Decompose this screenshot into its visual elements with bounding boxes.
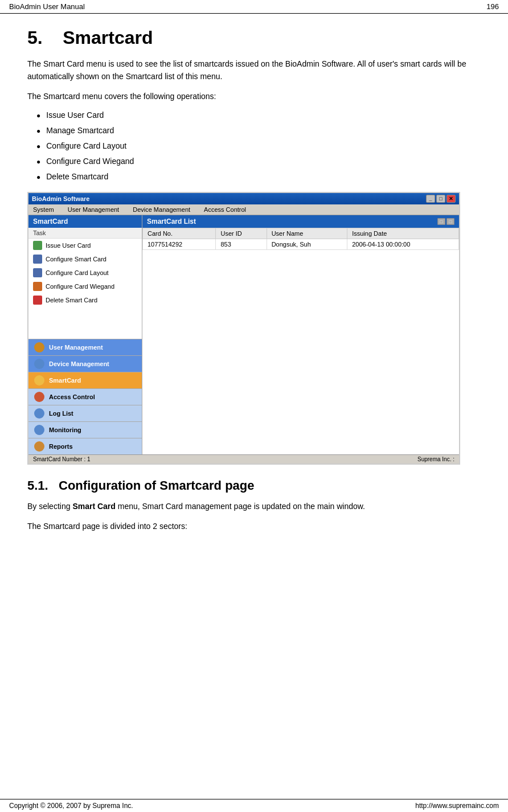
nav-monitoring[interactable]: Monitoring bbox=[28, 421, 142, 438]
col-issuing-date: Issuing Date bbox=[347, 228, 459, 239]
status-bar: SmartCard Number : 1 Suprema Inc. : bbox=[28, 454, 459, 464]
menu-user-management[interactable]: User Management bbox=[65, 206, 122, 214]
smartcard-table: Card No. User ID User Name Issuing Date … bbox=[142, 228, 459, 250]
nav-access-control[interactable]: Access Control bbox=[28, 388, 142, 405]
close-button[interactable]: ✕ bbox=[446, 195, 456, 203]
page-number: 196 bbox=[486, 2, 499, 11]
device-management-icon bbox=[34, 359, 44, 369]
sidebar-item-issue-user-card[interactable]: Issue User Card bbox=[28, 239, 142, 252]
nav-user-management[interactable]: User Management bbox=[28, 339, 142, 355]
list-item: Configure Card Wiegand bbox=[36, 155, 481, 167]
section-description-1: The Smart Card menu is used to see the l… bbox=[27, 58, 481, 83]
reports-icon bbox=[34, 441, 44, 452]
panel-btn-2[interactable]: □ bbox=[446, 218, 454, 225]
task-label: Task bbox=[28, 228, 142, 239]
subsection-description-1: By selecting Smart Card menu, Smart Card… bbox=[27, 500, 481, 512]
window-body: SmartCard Task Issue User Card Configure… bbox=[28, 215, 459, 454]
section-description-2: The Smartcard menu covers the following … bbox=[27, 90, 481, 102]
nav-label: SmartCard bbox=[49, 377, 81, 384]
copyright: Copyright © 2006, 2007 by Suprema Inc. bbox=[9, 802, 133, 810]
status-left: SmartCard Number : 1 bbox=[33, 456, 91, 462]
window-title: BioAdmin Software bbox=[32, 195, 89, 202]
log-list-icon bbox=[34, 408, 44, 419]
window-controls[interactable]: _ □ ✕ bbox=[426, 195, 456, 203]
sidebar-header: SmartCard bbox=[28, 215, 142, 228]
operations-list: Issue User Card Manage Smartcard Configu… bbox=[36, 109, 481, 183]
menu-bar: System User Management Device Management… bbox=[28, 204, 459, 215]
list-item: Manage Smartcard bbox=[36, 125, 481, 137]
sidebar: SmartCard Task Issue User Card Configure… bbox=[28, 215, 142, 454]
bold-text: Smart Card bbox=[72, 502, 115, 511]
configure-card-layout-icon bbox=[33, 268, 42, 277]
panel-header: SmartCard List □ □ bbox=[142, 215, 459, 228]
sidebar-item-configure-smart-card[interactable]: Configure Smart Card bbox=[28, 252, 142, 266]
col-user-name: User Name bbox=[267, 228, 347, 239]
list-item: Delete Smartcard bbox=[36, 171, 481, 183]
sidebar-item-delete-smart-card[interactable]: Delete Smart Card bbox=[28, 293, 142, 307]
sidebar-item-label: Configure Smart Card bbox=[46, 256, 106, 263]
table-row[interactable]: 1077514292 853 Dongsuk, Suh 2006-04-13 0… bbox=[143, 239, 459, 250]
sidebar-item-label: Configure Card Layout bbox=[46, 269, 109, 276]
smartcard-icon bbox=[34, 375, 44, 386]
status-right: Suprema Inc. : bbox=[417, 456, 454, 462]
menu-device-management[interactable]: Device Management bbox=[130, 206, 192, 214]
cell-card-no: 1077514292 bbox=[143, 239, 216, 250]
configure-card-wiegand-icon bbox=[33, 282, 42, 291]
configure-smart-card-icon bbox=[33, 255, 42, 264]
col-card-no: Card No. bbox=[143, 228, 216, 239]
list-item: Configure Card Layout bbox=[36, 140, 481, 152]
page-footer: Copyright © 2006, 2007 by Suprema Inc. h… bbox=[0, 799, 508, 812]
main-content: 5. Smartcard The Smart Card menu is used… bbox=[0, 14, 508, 553]
sidebar-item-label: Delete Smart Card bbox=[46, 297, 97, 304]
col-user-id: User ID bbox=[216, 228, 267, 239]
cell-user-id: 853 bbox=[216, 239, 267, 250]
panel-title: SmartCard List bbox=[147, 218, 196, 225]
menu-access-control[interactable]: Access Control bbox=[202, 206, 248, 214]
user-management-icon bbox=[34, 342, 44, 352]
nav-label: Device Management bbox=[49, 360, 109, 367]
right-panel: SmartCard List □ □ Card No. User ID User… bbox=[142, 215, 459, 454]
sidebar-spacer bbox=[28, 307, 142, 339]
nav-label: Log List bbox=[49, 410, 73, 417]
maximize-button[interactable]: □ bbox=[436, 195, 445, 203]
nav-label: Monitoring bbox=[49, 426, 81, 433]
menu-system[interactable]: System bbox=[31, 206, 56, 214]
panel-btn-1[interactable]: □ bbox=[437, 218, 445, 225]
sidebar-item-configure-card-wiegand[interactable]: Configure Card Wiegand bbox=[28, 280, 142, 293]
window-titlebar: BioAdmin Software _ □ ✕ bbox=[28, 193, 459, 204]
sidebar-item-configure-card-layout[interactable]: Configure Card Layout bbox=[28, 266, 142, 280]
website: http://www.supremainc.com bbox=[415, 802, 499, 810]
nav-reports[interactable]: Reports bbox=[28, 438, 142, 454]
nav-log-list[interactable]: Log List bbox=[28, 405, 142, 421]
nav-label: User Management bbox=[49, 344, 103, 351]
nav-device-management[interactable]: Device Management bbox=[28, 355, 142, 372]
minimize-button[interactable]: _ bbox=[426, 195, 435, 203]
access-control-icon bbox=[34, 392, 44, 402]
screenshot: BioAdmin Software _ □ ✕ System User Mana… bbox=[27, 192, 460, 465]
sidebar-item-label: Issue User Card bbox=[46, 242, 91, 249]
panel-header-buttons: □ □ bbox=[437, 218, 454, 225]
subsection-title: 5.1. Configuration of Smartcard page bbox=[27, 478, 481, 493]
section-title: 5. Smartcard bbox=[27, 27, 481, 48]
cell-issuing-date: 2006-04-13 00:00:00 bbox=[347, 239, 459, 250]
delete-smart-card-icon bbox=[33, 296, 42, 305]
issue-user-card-icon bbox=[33, 241, 42, 250]
nav-label: Access Control bbox=[49, 393, 95, 400]
page-header: BioAdmin User Manual 196 bbox=[0, 0, 508, 14]
nav-smartcard[interactable]: SmartCard bbox=[28, 372, 142, 388]
subsection-description-2: The Smartcard page is divided into 2 sec… bbox=[27, 520, 481, 532]
monitoring-icon bbox=[34, 425, 44, 435]
list-item: Issue User Card bbox=[36, 109, 481, 121]
document-title: BioAdmin User Manual bbox=[9, 2, 85, 11]
cell-user-name: Dongsuk, Suh bbox=[267, 239, 347, 250]
nav-label: Reports bbox=[49, 443, 73, 450]
sidebar-item-label: Configure Card Wiegand bbox=[46, 283, 114, 290]
